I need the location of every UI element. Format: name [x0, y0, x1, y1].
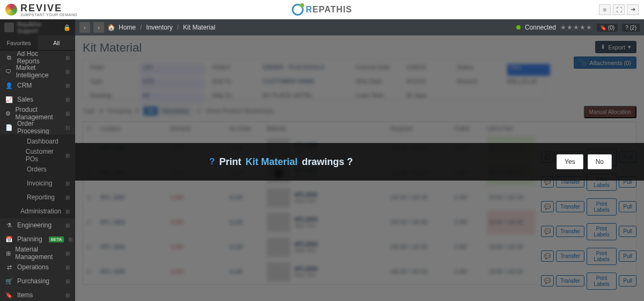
nav-label: Sales: [17, 96, 33, 103]
expand-icon[interactable]: ⊞: [65, 264, 70, 270]
crumb-sep: /: [177, 24, 179, 31]
expand-icon[interactable]: ⊞: [65, 181, 70, 187]
sidebar-item-purchasing[interactable]: 🛒Purchasing⊞: [0, 274, 75, 288]
nav-icon: 👤: [5, 82, 13, 89]
confirm-dialog: ? Print Kit Material drawings ? Yes No: [75, 143, 644, 181]
sidebar-item-sales[interactable]: 📈Sales⊞: [0, 92, 75, 106]
expand-icon[interactable]: ⊞: [65, 278, 70, 284]
nav-icon: 📈: [5, 96, 13, 103]
sidebar-nav: ⧉Ad Hoc Reports⊞🗨Market Intelligence⊞👤CR…: [0, 51, 75, 301]
expand-icon[interactable]: ⊞: [65, 97, 70, 103]
nav-icon: 🔖: [5, 292, 13, 299]
expand-icon[interactable]: ⊞: [65, 223, 70, 228]
menu-icon[interactable]: ≡: [599, 4, 611, 15]
nav-back-icon[interactable]: ‹: [79, 22, 90, 33]
sidebar: RepAthis Support 🔒 Favorites All ⧉Ad Hoc…: [0, 19, 75, 301]
nav-icon: ⚙: [5, 110, 11, 117]
nav-icon: 📄: [5, 124, 13, 131]
top-brand-bar: REVIVE JUMPSTART YOUR DEMAND REPATHIS ≡ …: [0, 0, 644, 19]
sidebar-item-operations[interactable]: ⇄Operations⊞: [0, 260, 75, 274]
nav-label: Operations: [17, 263, 49, 271]
sidebar-item-crm[interactable]: 👤CRM⊞: [0, 78, 75, 92]
expand-icon[interactable]: ⊟: [65, 125, 70, 131]
expand-icon[interactable]: ⊞: [68, 236, 72, 242]
beta-badge: BETA: [49, 236, 64, 242]
sidebar-item-items[interactable]: 🔖Items⊞: [0, 288, 75, 301]
tab-all[interactable]: All: [38, 35, 75, 50]
expand-icon[interactable]: ⊞: [65, 195, 70, 200]
avatar: [4, 23, 14, 32]
sidebar-item-planning[interactable]: 📅PlanningBETA⊞: [0, 232, 75, 246]
brand-name: REVIVE: [20, 3, 77, 14]
nav-label: Purchasing: [17, 277, 49, 285]
app-logo-text: REPATHIS: [306, 5, 353, 15]
nav-label: Ad Hoc Reports: [17, 51, 61, 65]
yes-button[interactable]: Yes: [557, 154, 583, 169]
crumb-home[interactable]: Home: [119, 24, 136, 31]
sidebar-item-dashboard[interactable]: Dashboard: [0, 134, 75, 148]
breadcrumb-bar: ‹ › 🏠 Home / Inventory / Kit Material Co…: [75, 19, 644, 35]
dialog-post: drawings ?: [302, 156, 353, 168]
content: Kit Material ⬇ Export ▾ 📎 Attachments (0…: [75, 35, 644, 301]
nav-label: Administration: [20, 207, 61, 215]
sidebar-item-order-processing[interactable]: 📄Order Processing⊟: [0, 120, 75, 134]
sidebar-user[interactable]: RepAthis Support 🔒: [0, 19, 75, 35]
fullscreen-icon[interactable]: ⛶: [613, 4, 625, 15]
sidebar-item-material-management[interactable]: ⊞Material Management⊞: [0, 246, 75, 260]
nav-label: Market Intelligence: [16, 64, 61, 79]
lock-icon[interactable]: 🔒: [63, 24, 71, 31]
brand: REVIVE JUMPSTART YOUR DEMAND: [5, 3, 77, 17]
nav-label: CRM: [17, 82, 32, 89]
crumb-sep: /: [140, 24, 142, 31]
dialog-pre: Print: [219, 156, 241, 168]
crumb-current: Kit Material: [183, 24, 215, 31]
expand-icon[interactable]: ⊞: [65, 83, 70, 89]
no-button[interactable]: No: [588, 154, 612, 169]
sidebar-item-reporting[interactable]: Reporting⊞: [0, 190, 75, 204]
main: ‹ › 🏠 Home / Inventory / Kit Material Co…: [75, 19, 644, 301]
sidebar-item-customer-pos[interactable]: Customer POs⊞: [0, 148, 75, 162]
nav-icon: 🗨: [5, 68, 12, 75]
sidebar-item-market-intelligence[interactable]: 🗨Market Intelligence⊞: [0, 64, 75, 78]
tags-pill[interactable]: 🔖 (0): [597, 24, 618, 32]
brand-text: REVIVE JUMPSTART YOUR DEMAND: [20, 3, 77, 17]
connection-label: Connected: [525, 24, 556, 31]
sidebar-item-administration[interactable]: Administration⊞: [0, 204, 75, 218]
expand-icon[interactable]: ⊞: [65, 153, 70, 159]
sidebar-item-ad-hoc-reports[interactable]: ⧉Ad Hoc Reports⊞: [0, 51, 75, 64]
user-name: RepAthis Support: [17, 21, 60, 34]
sidebar-tabs: Favorites All: [0, 35, 75, 51]
crumb-right: Connected ★★★★★ 🔖 (0) ? (2): [516, 24, 640, 32]
nav-icon: ⊞: [5, 250, 11, 257]
nav-label: Invoicing: [27, 180, 52, 187]
dialog-question: ? Print Kit Material drawings ?: [209, 156, 353, 168]
home-icon[interactable]: 🏠: [107, 24, 115, 31]
logout-icon[interactable]: ➜: [627, 4, 639, 15]
brand-logo-icon: [5, 4, 17, 16]
help-pill[interactable]: ? (2): [622, 24, 640, 32]
nav-label: Order Processing: [17, 120, 61, 135]
brand-tagline: JUMPSTART YOUR DEMAND: [20, 13, 77, 17]
nav-label: Planning: [17, 235, 42, 243]
expand-icon[interactable]: ⊞: [65, 209, 70, 214]
expand-icon[interactable]: ⊞: [65, 111, 70, 117]
nav-icon: 🛒: [5, 278, 13, 285]
sidebar-item-engineering[interactable]: ⚗Engineering⊞: [0, 218, 75, 232]
nav-label: Customer POs: [26, 148, 61, 163]
app-logo: REPATHIS: [292, 4, 353, 16]
expand-icon[interactable]: ⊞: [65, 69, 70, 75]
expand-icon[interactable]: ⊞: [65, 55, 70, 61]
nav-label: Engineering: [17, 221, 52, 229]
expand-icon[interactable]: ⊞: [65, 292, 70, 298]
rating-stars[interactable]: ★★★★★: [560, 24, 592, 31]
tab-favorites[interactable]: Favorites: [0, 35, 38, 50]
expand-icon[interactable]: ⊞: [65, 250, 70, 256]
sidebar-item-product-management[interactable]: ⚙Product Management⊞: [0, 106, 75, 120]
crumb-inventory[interactable]: Inventory: [146, 24, 172, 31]
app-logo-icon: [292, 4, 304, 16]
nav-forward-icon[interactable]: ›: [93, 22, 104, 33]
dialog-kit: Kit Material: [245, 156, 297, 168]
sidebar-item-invoicing[interactable]: Invoicing⊞: [0, 176, 75, 190]
sidebar-item-orders[interactable]: Orders: [0, 162, 75, 176]
nav-label: Reporting: [27, 194, 55, 201]
